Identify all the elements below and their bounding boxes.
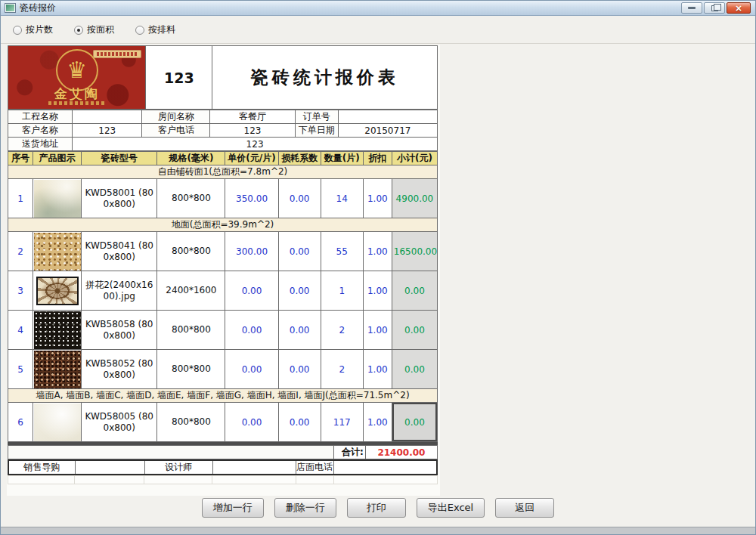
project-name-label: 工程名称 xyxy=(8,110,73,124)
customer-name-value[interactable]: 123 xyxy=(73,124,142,138)
radio-label: 按排料 xyxy=(148,23,175,36)
subtotal-cell[interactable]: 0.00 xyxy=(392,350,437,389)
quantity-cell[interactable]: 117 xyxy=(321,403,363,442)
subtotal-cell[interactable]: 16500.00 xyxy=(392,232,437,271)
model-cell[interactable]: 拼花2(2400x1600).jpg xyxy=(82,271,157,311)
quotation-report: ♛ 金艾陶 123 瓷砖统计报价表 工程名称 xyxy=(7,45,440,496)
quantity-cell[interactable]: 55 xyxy=(321,232,363,271)
room-name-value[interactable]: 客餐厅 xyxy=(210,110,295,124)
tile-image[interactable] xyxy=(33,403,82,442)
model-cell[interactable]: KWD58005 (800x800) xyxy=(82,403,157,442)
order-date-label: 下单日期 xyxy=(295,124,338,138)
row-number-cell[interactable]: 2 xyxy=(8,232,33,271)
total-row: 合计: 21400.00 xyxy=(8,445,438,459)
app-icon xyxy=(5,4,15,12)
spec-cell[interactable]: 800*800 xyxy=(157,350,225,389)
unit-price-cell[interactable]: 350.00 xyxy=(225,179,278,218)
tile-image[interactable] xyxy=(33,232,82,271)
delivery-address-value[interactable]: 123 xyxy=(73,138,438,151)
discount-cell[interactable]: 1.00 xyxy=(363,232,392,271)
minimize-button[interactable] xyxy=(681,2,702,14)
table-row: 2KWD58041 (800x800)800*800300.000.00551.… xyxy=(8,232,438,271)
radio-by-piece[interactable]: 按片数 xyxy=(13,23,53,36)
store-phone-value[interactable] xyxy=(333,460,437,475)
loss-factor-cell[interactable]: 0.00 xyxy=(278,232,321,271)
row-number-cell[interactable]: 4 xyxy=(8,311,33,350)
back-button[interactable]: 返回 xyxy=(495,498,554,518)
quantity-cell[interactable]: 2 xyxy=(321,350,363,389)
loss-factor-cell[interactable]: 0.00 xyxy=(278,350,321,389)
spec-cell[interactable]: 800*800 xyxy=(157,232,225,271)
delete-row-button[interactable]: 删除一行 xyxy=(274,498,336,518)
customer-phone-value[interactable]: 123 xyxy=(210,124,295,138)
unit-price-cell[interactable]: 0.00 xyxy=(225,403,278,442)
content-area: ♛ 金艾陶 123 瓷砖统计报价表 工程名称 xyxy=(1,43,755,527)
row-number-cell[interactable]: 6 xyxy=(8,403,33,442)
mode-toolbar: 按片数 按面积 按排料 xyxy=(1,17,755,43)
discount-cell[interactable]: 1.00 xyxy=(363,271,392,311)
tile-image-black-granite xyxy=(34,311,81,349)
subtotal-cell[interactable]: 0.00 xyxy=(392,271,437,311)
radio-by-layout[interactable]: 按排料 xyxy=(135,23,175,36)
discount-cell[interactable]: 1.00 xyxy=(363,179,392,218)
quotation-table: 序号产品图示瓷砖型号规格(毫米)单价(元/片)损耗系数数量(片)折扣小计(元) … xyxy=(8,151,438,442)
section-row: 自由铺砖面1(总面积=7.8m^2) xyxy=(8,165,438,179)
order-date-value[interactable]: 20150717 xyxy=(338,124,437,138)
discount-cell[interactable]: 1.00 xyxy=(363,403,392,442)
table-row: 6KWD58005 (800x800)800*8000.000.001171.0… xyxy=(8,403,438,442)
title-bar: 瓷砖报价 × xyxy=(1,1,755,16)
quantity-cell[interactable]: 14 xyxy=(321,179,363,218)
close-icon: × xyxy=(735,4,742,13)
tile-image-beige-marble xyxy=(34,180,81,218)
empty-grid-row xyxy=(8,475,438,484)
model-cell[interactable]: KWB58058 (800x800) xyxy=(82,311,157,350)
quantity-cell[interactable]: 2 xyxy=(321,311,363,350)
unit-price-cell[interactable]: 300.00 xyxy=(225,232,278,271)
export-excel-button[interactable]: 导出Excel xyxy=(417,498,485,518)
row-number-cell[interactable]: 5 xyxy=(8,350,33,389)
loss-factor-cell[interactable]: 0.00 xyxy=(278,403,321,442)
quantity-cell[interactable]: 1 xyxy=(321,271,363,311)
subtotal-cell[interactable]: 4900.00 xyxy=(392,179,437,218)
tile-image[interactable] xyxy=(33,350,82,389)
tile-image[interactable] xyxy=(33,179,82,218)
tile-image[interactable] xyxy=(33,271,82,311)
radio-by-area[interactable]: 按面积 xyxy=(74,23,114,36)
brand-tagline-decoration xyxy=(48,101,106,105)
subtotal-cell[interactable]: 0.00 xyxy=(392,311,437,350)
unit-price-cell[interactable]: 0.00 xyxy=(225,350,278,389)
spec-cell[interactable]: 2400*1600 xyxy=(157,271,225,311)
tile-image[interactable] xyxy=(33,311,82,350)
spec-cell[interactable]: 800*800 xyxy=(157,179,225,218)
column-header: 折扣 xyxy=(363,152,392,165)
project-name-value[interactable] xyxy=(73,110,142,124)
close-button[interactable]: × xyxy=(727,2,751,14)
radio-label: 按片数 xyxy=(26,23,53,36)
subtotal-cell[interactable]: 0.00 xyxy=(392,403,437,442)
total-value: 21400.00 xyxy=(365,446,437,459)
unit-price-cell[interactable]: 0.00 xyxy=(225,311,278,350)
loss-factor-cell[interactable]: 0.00 xyxy=(278,311,321,350)
model-cell[interactable]: KWD58041 (800x800) xyxy=(82,232,157,271)
unit-price-cell[interactable]: 0.00 xyxy=(225,271,278,311)
discount-cell[interactable]: 1.00 xyxy=(363,350,392,389)
maximize-button[interactable] xyxy=(704,2,725,14)
designer-value[interactable] xyxy=(212,460,296,475)
spec-cell[interactable]: 800*800 xyxy=(157,311,225,350)
print-button[interactable]: 打印 xyxy=(347,498,406,518)
add-row-button[interactable]: 增加一行 xyxy=(202,498,264,518)
minimize-icon xyxy=(688,7,696,9)
discount-cell[interactable]: 1.00 xyxy=(363,311,392,350)
order-no-value[interactable] xyxy=(338,110,437,124)
loss-factor-cell[interactable]: 0.00 xyxy=(278,179,321,218)
model-cell[interactable]: KWB58052 (800x800) xyxy=(82,350,157,389)
loss-factor-cell[interactable]: 0.00 xyxy=(278,271,321,311)
spec-cell[interactable]: 800*800 xyxy=(157,403,225,442)
column-header: 单价(元/片) xyxy=(225,152,278,165)
row-number-cell[interactable]: 1 xyxy=(8,179,33,218)
row-number-cell[interactable]: 3 xyxy=(8,271,33,311)
model-cell[interactable]: KWD58001 (800x800) xyxy=(82,179,157,218)
sales-guide-value[interactable] xyxy=(75,460,144,475)
total-label: 合计: xyxy=(333,446,365,459)
table-row: 3拼花2(2400x1600).jpg2400*16000.000.0011.0… xyxy=(8,271,438,311)
